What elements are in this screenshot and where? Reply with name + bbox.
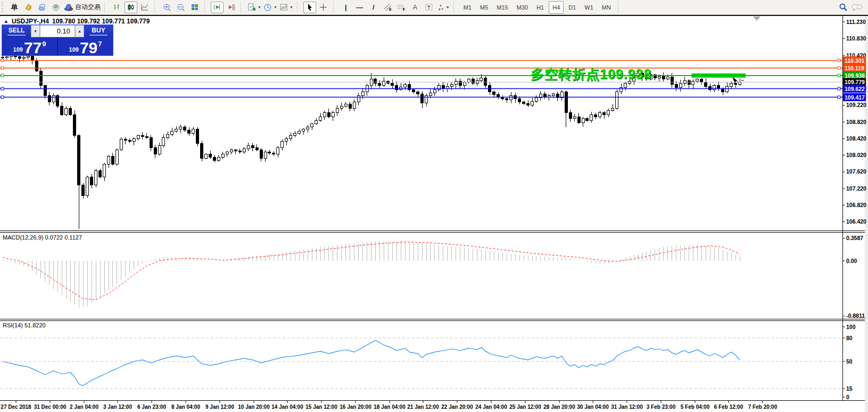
chevron-down-icon: ▼ — [290, 5, 293, 9]
metaeditor-button[interactable] — [22, 2, 35, 13]
price-badge-109.622: 109.622 — [843, 85, 866, 93]
chart-shift-button[interactable] — [225, 2, 237, 13]
arrows-dropdown[interactable]: ▼ — [436, 2, 450, 13]
autotrading-button[interactable]: 自动交易 — [63, 2, 101, 13]
text-icon: A — [412, 3, 417, 11]
symbol-timeframe-label: USDJPY-,H4 — [12, 18, 49, 25]
timeframe-button-W1[interactable]: W1 — [581, 1, 597, 14]
horizontal-line-button[interactable]: — — [353, 2, 366, 13]
buy-price-pip: 7 — [98, 40, 102, 48]
timeframe-button-M30[interactable]: M30 — [513, 1, 532, 14]
svg-text:F: F — [403, 7, 406, 11]
timeframe-button-MN[interactable]: MN — [598, 1, 615, 14]
tile-windows-button[interactable] — [188, 2, 201, 13]
svg-text:16 Jan 20:00: 16 Jan 20:00 — [340, 404, 371, 410]
svg-text:14 Jan 04:00: 14 Jan 04:00 — [271, 404, 303, 410]
timeframe-button-M1[interactable]: M1 — [460, 1, 475, 14]
line-handle[interactable] — [1, 67, 4, 69]
sell-button[interactable]: SELL — [2, 25, 31, 37]
sell-price-big: 77 — [24, 41, 42, 55]
volume-increase-button[interactable]: ▲ — [75, 25, 84, 37]
svg-text:110.119: 110.119 — [845, 65, 864, 71]
fibonacci-button[interactable]: F — [395, 2, 408, 13]
candlestick-chart-icon — [127, 3, 135, 11]
timeframe-button-H4[interactable]: H4 — [549, 1, 564, 14]
zoom-in-button[interactable] — [161, 2, 173, 13]
fibonacci-icon: F — [396, 3, 406, 11]
volume-decrease-button[interactable]: ▼ — [31, 25, 40, 37]
chart-canvas[interactable]: 111.230110.830110.420110.020109.620109.2… — [0, 16, 868, 412]
svg-text:3 Feb 23:00: 3 Feb 23:00 — [647, 404, 676, 410]
news-icon — [38, 3, 47, 11]
cursor-icon — [306, 3, 313, 11]
templates-icon — [279, 3, 288, 11]
line-handle[interactable] — [1, 59, 4, 62]
templates-dropdown[interactable]: ▼ — [279, 2, 294, 13]
metaeditor-icon — [24, 3, 33, 11]
svg-text:107.620: 107.620 — [846, 168, 866, 175]
line-handle[interactable] — [838, 96, 840, 98]
svg-text:109.220: 109.220 — [846, 102, 866, 108]
autotrading-label: 自动交易 — [75, 3, 101, 12]
buy-button[interactable]: BUY — [84, 25, 113, 37]
svg-text:109.938: 109.938 — [845, 72, 865, 79]
cursor-button[interactable] — [303, 2, 316, 13]
text-button[interactable]: A — [409, 2, 421, 13]
chevron-down-icon: ▼ — [258, 5, 261, 9]
text-label-button[interactable]: T — [423, 2, 435, 13]
vertical-line-icon: | — [345, 3, 347, 11]
collapse-triangle-icon[interactable]: ▲ — [4, 19, 9, 24]
ohlc-readout: 109.780 109.792 109.771 109.779 — [52, 18, 150, 25]
vertical-line-button[interactable]: | — [340, 2, 352, 13]
line-handle[interactable] — [1, 74, 4, 77]
autotrading-hat-icon — [64, 3, 73, 11]
timeframe-button-D1[interactable]: D1 — [565, 1, 580, 14]
svg-text:-0.8811: -0.8811 — [846, 312, 865, 319]
line-handle[interactable] — [1, 96, 4, 98]
timeframe-button-M15[interactable]: M15 — [493, 1, 511, 14]
zoom-out-button[interactable] — [175, 2, 187, 13]
svg-text:106.420: 106.420 — [846, 218, 866, 225]
search-button[interactable] — [837, 2, 849, 13]
chevron-down-icon: ▼ — [446, 5, 450, 9]
periods-icon — [263, 3, 272, 12]
candlestick-chart-button[interactable] — [125, 2, 137, 13]
toolbar-grip[interactable] — [2, 2, 6, 13]
signals-button[interactable] — [49, 2, 62, 13]
line-handle[interactable] — [838, 87, 840, 90]
buy-price-button[interactable]: 109 79 7 — [58, 37, 113, 55]
trendline-button[interactable]: / — [367, 2, 380, 13]
new-order-button[interactable]: 单 — [8, 2, 21, 13]
search-icon — [839, 3, 848, 12]
bar-chart-button[interactable] — [111, 2, 123, 13]
indicators-dropdown[interactable]: ▼ — [247, 2, 262, 13]
timeframe-button-M5[interactable]: M5 — [476, 1, 492, 14]
chat-button[interactable] — [850, 2, 863, 13]
sell-price-button[interactable]: 109 77 9 — [2, 37, 57, 55]
pivot-annotation-text[interactable]: 多空转折点109.938 — [531, 65, 651, 83]
toolbar-separator — [204, 2, 208, 13]
line-handle[interactable] — [838, 74, 840, 77]
chart-shift-marker[interactable] — [753, 17, 760, 21]
svg-text:6 Jan 23:00: 6 Jan 23:00 — [137, 404, 166, 410]
svg-text:28 Jan 20:00: 28 Jan 20:00 — [543, 404, 575, 410]
line-chart-icon — [140, 3, 149, 11]
svg-text:31 Dec 00:00: 31 Dec 00:00 — [34, 404, 67, 410]
volume-input[interactable]: 0.10 — [40, 25, 75, 37]
news-button[interactable] — [36, 2, 48, 13]
line-handle[interactable] — [1, 87, 4, 90]
line-handle[interactable] — [838, 67, 840, 69]
svg-text:0: 0 — [846, 394, 849, 400]
svg-text:108.820: 108.820 — [846, 119, 866, 125]
timeframe-button-H1[interactable]: H1 — [533, 1, 548, 14]
buy-label: BUY — [92, 27, 105, 34]
periods-dropdown[interactable]: ▼ — [263, 2, 278, 13]
line-handle[interactable] — [838, 59, 840, 62]
line-chart-button[interactable] — [138, 2, 151, 13]
auto-scroll-button[interactable] — [211, 2, 224, 13]
zoom-in-icon — [163, 3, 171, 12]
channel-button[interactable]: E — [381, 2, 394, 13]
toolbar-separator — [104, 2, 108, 13]
toolbar-separator — [241, 2, 244, 13]
crosshair-button[interactable] — [317, 2, 330, 13]
